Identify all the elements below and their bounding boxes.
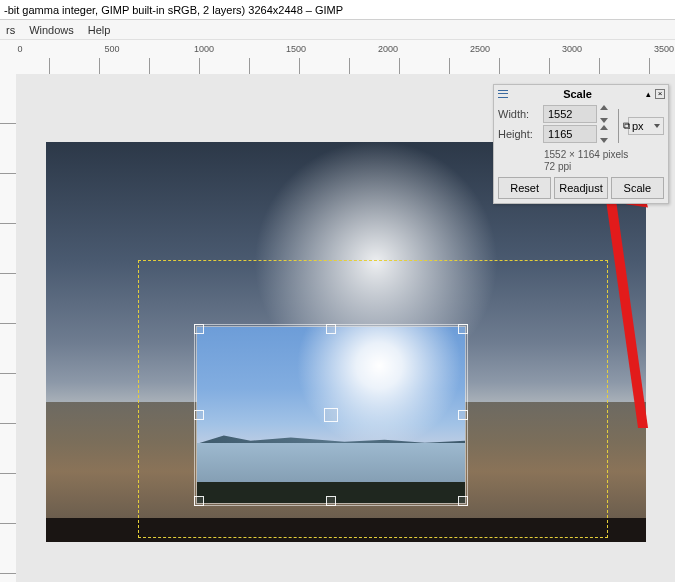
unit-dropdown[interactable]: px bbox=[628, 117, 664, 135]
dialog-body: Width: Height: ⧉ bbox=[494, 103, 668, 203]
floating-layer[interactable] bbox=[196, 326, 466, 504]
floating-water bbox=[197, 443, 465, 482]
floating-fg bbox=[197, 482, 465, 503]
unit-label: px bbox=[632, 120, 644, 132]
menu-item-windows[interactable]: Windows bbox=[27, 23, 76, 37]
ruler-tick: 2500 bbox=[470, 44, 490, 54]
height-input[interactable] bbox=[543, 125, 597, 143]
readjust-button[interactable]: Readjust bbox=[554, 177, 607, 199]
width-input[interactable] bbox=[543, 105, 597, 123]
ruler-vertical[interactable] bbox=[0, 74, 16, 582]
ruler-area: 0 500 1000 1500 2000 2500 3000 3500 bbox=[0, 40, 675, 74]
dialog-menu-icon[interactable] bbox=[497, 88, 509, 100]
window-titlebar: -bit gamma integer, GIMP built-in sRGB, … bbox=[0, 0, 675, 20]
dialog-titlebar[interactable]: Scale ▴ × bbox=[494, 85, 668, 103]
ruler-tick: 3500 bbox=[654, 44, 674, 54]
canvas-area: Scale ▴ × Width: Height: bbox=[0, 74, 675, 582]
window-title: -bit gamma integer, GIMP built-in sRGB, … bbox=[4, 4, 343, 16]
ruler-tick: 3000 bbox=[562, 44, 582, 54]
image-background-fg bbox=[46, 518, 646, 542]
dialog-info: 1552 × 1164 pixels 72 ppi bbox=[498, 149, 664, 173]
dialog-info-ppi: 72 ppi bbox=[544, 161, 664, 173]
ruler-tick: 2000 bbox=[378, 44, 398, 54]
menu-item-help[interactable]: Help bbox=[86, 23, 113, 37]
dialog-close-icon[interactable]: × bbox=[655, 89, 665, 99]
menubar: rs Windows Help bbox=[0, 20, 675, 40]
scale-button[interactable]: Scale bbox=[611, 177, 664, 199]
ruler-tick: 1000 bbox=[194, 44, 214, 54]
scale-dialog[interactable]: Scale ▴ × Width: Height: bbox=[493, 84, 669, 204]
reset-button[interactable]: Reset bbox=[498, 177, 551, 199]
workspace[interactable]: Scale ▴ × Width: Height: bbox=[16, 74, 675, 582]
menu-item-truncated[interactable]: rs bbox=[4, 23, 17, 37]
link-dimensions[interactable]: ⧉ bbox=[614, 105, 624, 147]
ruler-tick: 0 bbox=[17, 44, 22, 54]
ruler-tick: 500 bbox=[104, 44, 119, 54]
dialog-title: Scale bbox=[513, 88, 642, 100]
width-label: Width: bbox=[498, 108, 540, 120]
dialog-info-size: 1552 × 1164 pixels bbox=[544, 149, 664, 161]
height-label: Height: bbox=[498, 128, 540, 140]
dialog-minimize-icon[interactable]: ▴ bbox=[646, 89, 651, 99]
chevron-down-icon bbox=[654, 124, 660, 128]
height-spinner[interactable] bbox=[600, 125, 610, 143]
ruler-tick: 1500 bbox=[286, 44, 306, 54]
width-spinner[interactable] bbox=[600, 105, 610, 123]
chain-icon: ⧉ bbox=[623, 120, 630, 132]
ruler-horizontal[interactable]: 0 500 1000 1500 2000 2500 3000 3500 bbox=[0, 58, 675, 74]
